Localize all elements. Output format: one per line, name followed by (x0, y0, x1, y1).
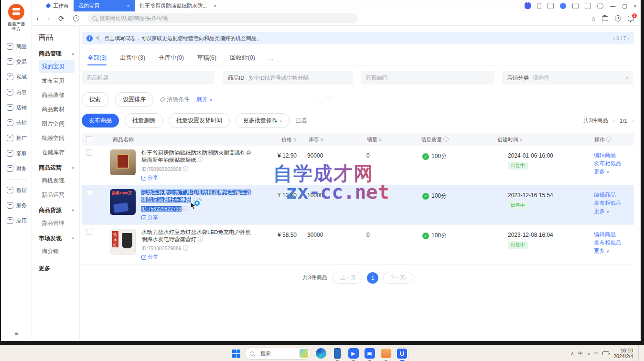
window-icon[interactable] (572, 3, 579, 9)
headset-icon[interactable] (560, 3, 566, 9)
sidebar-item-item-material[interactable]: 商品素材 (39, 103, 75, 116)
publish-item-button[interactable]: 发布商品 (82, 114, 119, 127)
info-icon[interactable]: i (183, 166, 188, 171)
sidebar-item-item-decoration[interactable]: 商品装修 (39, 88, 75, 102)
close-tab-icon[interactable]: × (214, 3, 216, 9)
forward-icon[interactable]: › (43, 14, 54, 22)
taskbar-phone-app[interactable] (331, 348, 343, 360)
rail-item-promotion[interactable]: 推广 (1, 130, 32, 146)
sort-icon[interactable]: ⇅ (320, 138, 324, 142)
clear-conditions-button[interactable]: 清除条件 (160, 96, 190, 104)
taskbar-edge[interactable] (315, 348, 327, 360)
tab-drafts[interactable]: 草稿(6) (197, 51, 216, 65)
rail-item-trade[interactable]: 交易 (1, 54, 32, 69)
next-page-icon[interactable]: › (632, 117, 634, 124)
more-bulk-actions-button[interactable]: 更多批量操作 ∨ (236, 113, 290, 128)
info-icon[interactable]: i (198, 157, 203, 162)
edit-item-link[interactable]: 编辑商品 (594, 151, 622, 159)
collapse-menu-icon[interactable]: ≡ (1, 329, 32, 337)
expand-button[interactable]: 展开 ∨ (196, 96, 213, 104)
tab-my-items[interactable]: 我的宝贝× (74, 0, 135, 11)
col-stock[interactable]: 库存⇅ (309, 133, 324, 146)
tab-workbench[interactable]: 工作台 (42, 0, 74, 11)
sort-icon[interactable]: ⇅ (519, 138, 523, 142)
notice-pager[interactable]: ‹ 6 / 7 › (613, 35, 629, 41)
notice-text[interactable]: 4、点击填写问卷，可以获取更适配您经营意向和品类偏好的机会商品。 (96, 35, 262, 42)
taskbar-app-2[interactable]: ▣ (364, 348, 376, 360)
table-row[interactable]: 卖爆1000万 电动车补胎自救工具电瓶助推器摩托车拖车器爆胎应急器托车神器i✎ … (82, 185, 634, 225)
edit-item-link[interactable]: 编辑商品 (594, 191, 622, 199)
sidebar-group-market-discovery[interactable]: 市场发现∧ (39, 234, 75, 243)
rail-item-shop[interactable]: 店铺 (1, 100, 32, 115)
tab-in-warehouse[interactable]: 仓库中(0) (159, 51, 184, 65)
favorites-icon[interactable] (602, 16, 608, 21)
sidebar-item-video-space[interactable]: 视频空间 (39, 131, 75, 145)
share-link[interactable]: ↗分享 (141, 214, 254, 221)
taskbar-search[interactable]: 搜索 (245, 348, 311, 360)
taskbar-qianniu-active[interactable]: U (396, 348, 408, 360)
tray-chevron-icon[interactable]: ∧ (571, 351, 574, 356)
product-title[interactable]: 灶王爷厨房防油贴纸防水防潮防火耐高温灶台墙面新年油烟贴膜墙纸i (141, 149, 254, 164)
title-input[interactable] (86, 75, 210, 81)
rail-item-goods[interactable]: 商品 (1, 39, 32, 54)
select-all-checkbox[interactable] (86, 136, 92, 142)
phone-icon[interactable] (537, 3, 541, 9)
calculator-icon[interactable] (547, 3, 554, 9)
tab-all[interactable]: 全部(3) (87, 51, 107, 65)
sidebar-item-publish-item[interactable]: 发布宝贝 (39, 74, 75, 87)
bulk-set-shipping-time-button[interactable]: 批量设置发货时间 (169, 113, 230, 128)
col-created[interactable]: 创建时间⇅ (497, 133, 523, 146)
sidebar-item-my-items[interactable]: 我的宝贝 (39, 60, 75, 73)
sidebar-group-goods-source[interactable]: 商品货源∧ (39, 206, 75, 214)
search-button[interactable]: 搜索 (82, 92, 108, 107)
rail-item-service[interactable]: 客服 (1, 146, 32, 161)
more-link[interactable]: 更多 ∨ (594, 247, 622, 255)
tab-on-sale[interactable]: 出售中(3) (120, 51, 145, 65)
code-input[interactable] (365, 75, 490, 81)
volume-icon[interactable]: ◃ (587, 351, 590, 356)
prev-page-button[interactable]: ‹上一页 (333, 272, 363, 284)
close-button[interactable]: × (634, 3, 637, 9)
rail-item-content[interactable]: 内容 (1, 85, 32, 100)
show-desktop-button[interactable] (638, 345, 640, 361)
sidebar-group-goods-management[interactable]: 商品管理∧ (39, 50, 75, 58)
filter-id-input[interactable]: 商品ID (223, 71, 353, 85)
prev-page-icon[interactable]: ‹ (613, 117, 615, 124)
sidebar-item-opportunity[interactable]: 商机发现 (39, 174, 75, 187)
row-checkbox[interactable] (86, 229, 92, 235)
tab-overflow-dots[interactable]: ... (268, 51, 273, 65)
filter-code-input[interactable] (361, 71, 494, 85)
product-image[interactable]: 卖爆1000万 (110, 189, 136, 215)
edit-item-link[interactable]: 编辑商品 (594, 231, 622, 239)
product-title[interactable]: 水动力盐水灯应急灯盐水袋LED免充电户外照明海水发电野营露营灯i (141, 229, 254, 243)
product-title[interactable]: 电动车补胎自救工具电瓶助推器摩托车拖车器爆胎应急器托车神器i✎ (141, 189, 254, 203)
rail-item-services[interactable]: 服务 (1, 198, 32, 213)
store-logo[interactable] (8, 4, 24, 20)
table-row[interactable]: 盐水灯 水动力盐水灯应急灯盐水袋LED免充电户外照明海水发电野营露营灯i ID:… (82, 225, 634, 265)
sidebar-item-warehouse-stock[interactable]: 仓储库存 (39, 146, 75, 159)
col-price[interactable]: 价格⇅ (281, 133, 297, 146)
message-icon[interactable]: 1 (628, 16, 634, 21)
taskbar-app-1[interactable]: ▶ (347, 348, 359, 360)
publish-similar-link[interactable]: 发布相似品 (594, 199, 622, 207)
info-icon[interactable]: i (183, 206, 188, 211)
minimize-button[interactable]: — (610, 3, 615, 9)
product-image[interactable]: 盐水灯 (110, 229, 136, 255)
rail-item-private[interactable]: 私域 (1, 69, 32, 85)
recent-icon[interactable] (615, 15, 621, 21)
product-image[interactable] (110, 149, 136, 175)
sidebar-more[interactable]: 更多 (39, 265, 75, 273)
sidebar-item-goods-management[interactable]: 货品管理 (39, 216, 75, 230)
rail-item-apps[interactable]: 应用 (1, 213, 32, 228)
refresh-icon[interactable]: ⟳ (54, 14, 69, 23)
info-icon[interactable]: i (183, 245, 188, 251)
rail-item-data[interactable]: 数据 (1, 182, 32, 198)
network-icon[interactable]: ◠ (594, 351, 598, 356)
sort-icon[interactable]: ⇅ (293, 138, 297, 142)
qianniu-cat-icon[interactable] (525, 3, 531, 9)
id-input[interactable] (248, 75, 349, 81)
filter-category-select[interactable]: 店铺分类 请选择 ∨ (502, 71, 633, 85)
home-icon[interactable]: ⌂ (591, 15, 595, 21)
info-icon[interactable]: i (198, 236, 203, 242)
close-tab-icon[interactable]: × (127, 3, 130, 9)
